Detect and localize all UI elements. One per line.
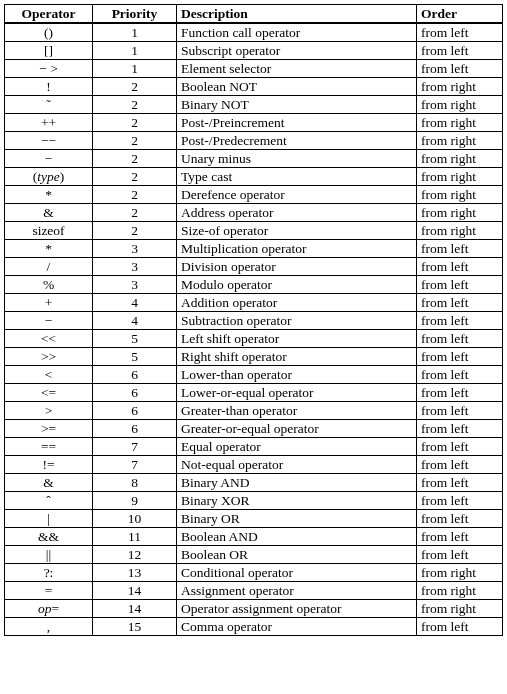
cell-description: Division operator — [177, 258, 417, 276]
cell-priority: 2 — [93, 114, 177, 132]
cell-order: from left — [417, 330, 503, 348]
cell-operator: −− — [5, 132, 93, 150]
cell-operator: >= — [5, 420, 93, 438]
cell-priority: 8 — [93, 474, 177, 492]
cell-priority: 3 — [93, 240, 177, 258]
cell-order: from right — [417, 132, 503, 150]
header-description: Description — [177, 5, 417, 24]
cell-operator: op= — [5, 600, 93, 618]
cell-operator: * — [5, 240, 93, 258]
header-priority: Priority — [93, 5, 177, 24]
cell-priority: 6 — [93, 402, 177, 420]
cell-order: from left — [417, 60, 503, 78]
table-row: <<5Left shift operatorfrom left — [5, 330, 503, 348]
cell-description: Addition operator — [177, 294, 417, 312]
cell-priority: 2 — [93, 186, 177, 204]
cell-description: Subscript operator — [177, 42, 417, 60]
cell-operator: , — [5, 618, 93, 636]
cell-description: Multiplication operator — [177, 240, 417, 258]
table-row: −4Subtraction operatorfrom left — [5, 312, 503, 330]
cell-operator: >> — [5, 348, 93, 366]
cell-order: from right — [417, 600, 503, 618]
table-row: op=14Operator assignment operatorfrom ri… — [5, 600, 503, 618]
cell-operator: sizeof — [5, 222, 93, 240]
cell-order: from right — [417, 96, 503, 114]
cell-operator: << — [5, 330, 93, 348]
cell-description: Unary minus — [177, 150, 417, 168]
cell-priority: 12 — [93, 546, 177, 564]
table-row: <=6Lower-or-equal operatorfrom left — [5, 384, 503, 402]
cell-order: from right — [417, 204, 503, 222]
cell-operator: * — [5, 186, 93, 204]
table-row: sizeof2Size-of operatorfrom right — [5, 222, 503, 240]
cell-description: Right shift operator — [177, 348, 417, 366]
table-row: !=7Not-equal operatorfrom left — [5, 456, 503, 474]
cell-operator: ˜ — [5, 96, 93, 114]
cell-description: Binary AND — [177, 474, 417, 492]
cell-operator: | — [5, 510, 93, 528]
cell-priority: 11 — [93, 528, 177, 546]
cell-operator: == — [5, 438, 93, 456]
cell-order: from left — [417, 258, 503, 276]
cell-order: from left — [417, 402, 503, 420]
cell-priority: 14 — [93, 582, 177, 600]
cell-priority: 14 — [93, 600, 177, 618]
table-row: ==7Equal operatorfrom left — [5, 438, 503, 456]
cell-description: Comma operator — [177, 618, 417, 636]
cell-description: Binary NOT — [177, 96, 417, 114]
table-row: ++2Post-/Preincrementfrom right — [5, 114, 503, 132]
cell-priority: 15 — [93, 618, 177, 636]
cell-order: from left — [417, 240, 503, 258]
table-row: ||12Boolean ORfrom left — [5, 546, 503, 564]
table-row: (type)2Type castfrom right — [5, 168, 503, 186]
cell-description: Post-/Preincrement — [177, 114, 417, 132]
cell-operator: / — [5, 258, 93, 276]
table-row: =14Assignment operatorfrom right — [5, 582, 503, 600]
table-row: &8Binary ANDfrom left — [5, 474, 503, 492]
cell-order: from right — [417, 186, 503, 204]
cell-description: Equal operator — [177, 438, 417, 456]
cell-operator: || — [5, 546, 93, 564]
cell-priority: 4 — [93, 312, 177, 330]
header-operator: Operator — [5, 5, 93, 24]
cell-order: from right — [417, 168, 503, 186]
cell-priority: 13 — [93, 564, 177, 582]
cell-description: Boolean OR — [177, 546, 417, 564]
table-row: &&11Boolean ANDfrom left — [5, 528, 503, 546]
cell-description: Binary OR — [177, 510, 417, 528]
cell-operator: > — [5, 402, 93, 420]
cell-description: Type cast — [177, 168, 417, 186]
table-row: >>5Right shift operatorfrom left — [5, 348, 503, 366]
cell-description: Address operator — [177, 204, 417, 222]
cell-description: Subtraction operator — [177, 312, 417, 330]
cell-priority: 2 — [93, 78, 177, 96]
cell-operator: && — [5, 528, 93, 546]
cell-order: from left — [417, 438, 503, 456]
cell-order: from left — [417, 23, 503, 42]
cell-priority: 2 — [93, 168, 177, 186]
table-row: &2Address operatorfrom right — [5, 204, 503, 222]
cell-operator: + — [5, 294, 93, 312]
cell-operator: <= — [5, 384, 93, 402]
cell-priority: 2 — [93, 222, 177, 240]
cell-priority: 6 — [93, 420, 177, 438]
cell-priority: 6 — [93, 366, 177, 384]
cell-priority: 2 — [93, 132, 177, 150]
cell-description: Element selector — [177, 60, 417, 78]
cell-description: Lower-than operator — [177, 366, 417, 384]
cell-priority: 3 — [93, 276, 177, 294]
cell-description: Left shift operator — [177, 330, 417, 348]
cell-order: from left — [417, 366, 503, 384]
cell-description: Operator assignment operator — [177, 600, 417, 618]
table-row: ˆ9Binary XORfrom left — [5, 492, 503, 510]
cell-description: Binary XOR — [177, 492, 417, 510]
cell-description: Boolean AND — [177, 528, 417, 546]
table-row: −2Unary minusfrom right — [5, 150, 503, 168]
cell-priority: 1 — [93, 42, 177, 60]
table-row: %3Modulo operatorfrom left — [5, 276, 503, 294]
cell-order: from right — [417, 582, 503, 600]
cell-operator: ˆ — [5, 492, 93, 510]
table-row: >=6Greater-or-equal operatorfrom left — [5, 420, 503, 438]
cell-description: Assignment operator — [177, 582, 417, 600]
table-row: <6Lower-than operatorfrom left — [5, 366, 503, 384]
